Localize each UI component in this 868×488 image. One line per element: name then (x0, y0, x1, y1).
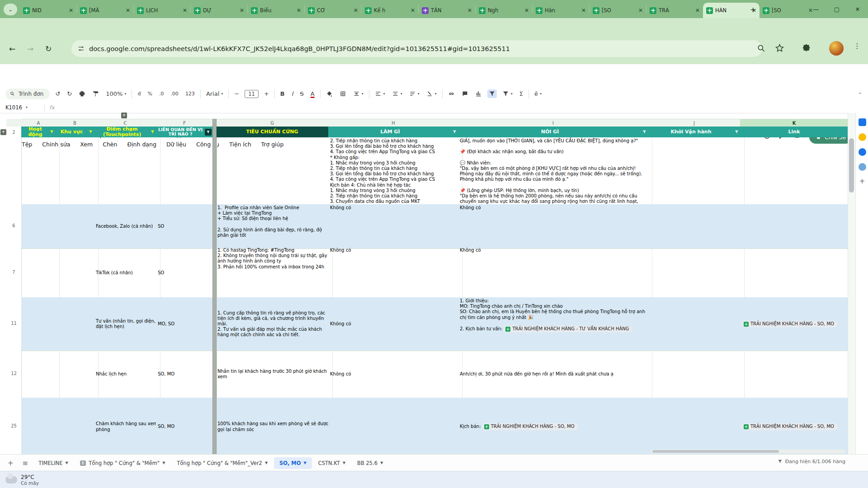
tab-close-icon[interactable]: ✕ (69, 7, 73, 14)
filter-funnel-icon[interactable] (642, 130, 647, 134)
filter-funnel-icon[interactable] (49, 130, 54, 134)
create-filter-icon[interactable] (487, 89, 497, 98)
bold-icon[interactable]: B (279, 89, 286, 98)
header-cell-J[interactable]: Khởi Vận hành (648, 127, 741, 137)
increase-decimal-icon[interactable]: .00 (169, 90, 180, 98)
browser-tab[interactable]: NID✕ (20, 3, 76, 18)
bookmark-star-icon[interactable] (775, 43, 784, 53)
tab-close-icon[interactable]: ✕ (695, 7, 700, 14)
row-group-expand-button[interactable]: + (0, 129, 6, 135)
sheet-tab[interactable]: BB 25.6▼ (352, 457, 388, 469)
name-box-value[interactable]: K1016 (5, 104, 22, 111)
insert-link-icon[interactable] (448, 90, 455, 97)
horizontal-scrollbar-thumb[interactable] (652, 450, 779, 453)
filter-funnel-icon[interactable] (452, 130, 457, 134)
borders-icon[interactable] (340, 90, 346, 97)
cell-G6[interactable]: 1. Profile của nhân viên Sale Online + L… (216, 204, 333, 249)
decrease-font-size-icon[interactable]: − (233, 89, 241, 98)
browser-profile-avatar[interactable] (829, 41, 844, 56)
header-cell-F[interactable]: LIÊN QUAN ĐẾN VỊ TRÍ NÀO ? (156, 127, 213, 137)
filter-funnel-icon[interactable] (206, 130, 210, 134)
cell-K7[interactable] (740, 247, 852, 300)
name-box-dropdown-icon[interactable]: ▾ (26, 105, 28, 109)
row-header-12[interactable]: 12 (6, 349, 22, 398)
smart-chip-link[interactable]: TRẢI NGHIỆM KHÁCH HÀNG - SO, MO (742, 423, 838, 430)
forward-button[interactable]: → (24, 42, 37, 56)
tasks-icon[interactable] (859, 148, 866, 156)
row-header[interactable] (6, 137, 22, 205)
create-filter-icon[interactable] (489, 90, 495, 97)
header-cell-K[interactable]: Link (740, 127, 849, 137)
cell-B25[interactable] (55, 398, 99, 456)
insert-link-icon[interactable] (447, 89, 456, 98)
sheet-tab-menu-icon[interactable]: ▼ (265, 461, 268, 465)
sheet-tab[interactable]: TIMELINE▼ (33, 457, 73, 469)
smart-chip-link[interactable]: TRẢI NGHIỆM KHÁCH HÀNG - SO, MO (482, 423, 578, 430)
name-box[interactable]: K1016 ▾ (0, 104, 44, 111)
cell-H6[interactable]: Không có (328, 204, 462, 249)
row-header-11[interactable]: 11 (6, 297, 22, 349)
search-icon[interactable] (9, 91, 15, 97)
header-cell-G[interactable]: TIÊU CHUẨN CỨNG (216, 127, 329, 137)
fill-color-icon[interactable] (325, 89, 334, 98)
new-tab-button[interactable]: + (750, 5, 756, 14)
strikethrough-icon[interactable]: S (299, 89, 305, 98)
cell-A-r0[interactable] (21, 137, 60, 206)
tab-search-button[interactable]: ⌄ (4, 4, 17, 15)
font-select[interactable]: Arial▾ (205, 89, 224, 98)
sheet-tab-menu-icon[interactable]: ▼ (303, 461, 306, 465)
row-header-25[interactable]: 25 (6, 398, 22, 455)
reload-button[interactable]: ↻ (42, 42, 55, 56)
cell-B11[interactable] (55, 297, 99, 351)
address-bar[interactable]: docs.google.com/spreadsheets/d/1wl-LK6kK… (71, 40, 762, 57)
cell-H25[interactable] (328, 398, 462, 456)
sheet-tab[interactable]: 6Tổng hợp " Cứng" & "Mềm"▼ (75, 457, 171, 469)
toolbar-menus-search[interactable]: Trình đơn (5, 89, 50, 99)
print-icon[interactable] (79, 90, 85, 97)
sheet-tab-menu-icon[interactable]: ▼ (162, 461, 165, 465)
tab-close-icon[interactable]: ✕ (581, 7, 586, 14)
browser-tab[interactable]: Biểu✕ (248, 3, 304, 18)
horizontal-align-icon[interactable]: ▾ (373, 89, 387, 98)
text-wrap-icon[interactable] (409, 90, 416, 97)
filter-funnel-icon[interactable] (150, 130, 155, 134)
filter-funnel-icon[interactable] (734, 130, 739, 134)
print-icon[interactable] (77, 89, 87, 98)
header-cell-H[interactable]: LÀM GÌ (328, 127, 459, 137)
window-minimize-button[interactable]: — (806, 0, 826, 18)
text-color-icon[interactable]: A (309, 89, 316, 98)
contacts-icon[interactable] (859, 163, 866, 171)
text-rotate-icon[interactable]: ▾ (425, 89, 438, 98)
functions-icon[interactable]: Σ (518, 89, 524, 98)
cell-F-r0[interactable] (156, 137, 217, 206)
cell-K25[interactable]: TRẢI NGHIỆM KHÁCH HÀNG - SO, MO (740, 398, 852, 456)
browser-tab[interactable]: LỊCH✕ (134, 3, 190, 18)
cell-F7[interactable]: SO (156, 247, 217, 300)
filter-funnel-icon[interactable] (88, 130, 93, 134)
tab-close-icon[interactable]: ✕ (638, 7, 643, 14)
insert-comment-icon[interactable] (462, 90, 468, 97)
cell-F12[interactable]: SO, MO (156, 349, 217, 400)
url-text[interactable]: docs.google.com/spreadsheets/d/1wl-LK6kK… (89, 45, 510, 52)
cell-K11[interactable]: TRẢI NGHIỆM KHÁCH HÀNG - SO, MO (740, 297, 852, 351)
filter-views-icon[interactable]: ▾ (501, 89, 514, 98)
cell-F11[interactable]: MO, SO (156, 297, 217, 351)
tab-close-icon[interactable]: ✕ (126, 7, 130, 14)
tab-close-icon[interactable]: ✕ (354, 7, 358, 14)
insert-chart-icon[interactable] (474, 89, 483, 98)
browser-tab[interactable]: TẦN✕ (419, 3, 475, 18)
cell-H-r0[interactable]: 2. Tiếp nhận thông tin của khách hàng 3.… (328, 137, 462, 206)
cell-J12[interactable] (648, 349, 745, 400)
cell-K6[interactable] (740, 204, 852, 249)
decrease-decimal-icon[interactable]: .0 (158, 90, 165, 98)
calendar-icon[interactable] (859, 118, 866, 126)
column-group-expand-button[interactable]: + (121, 113, 127, 118)
weather-widget[interactable]: 29°C Có mây (0, 474, 39, 486)
cell-K12[interactable] (740, 349, 852, 400)
italic-icon[interactable]: I (290, 89, 295, 98)
tab-close-icon[interactable]: ✕ (183, 7, 187, 14)
window-close-button[interactable]: ✕ (847, 0, 868, 18)
browser-tab[interactable]: Hàn✕ (533, 3, 589, 18)
sheet-tab-menu-icon[interactable]: ▼ (380, 461, 383, 465)
cell-B-r0[interactable] (55, 137, 99, 206)
